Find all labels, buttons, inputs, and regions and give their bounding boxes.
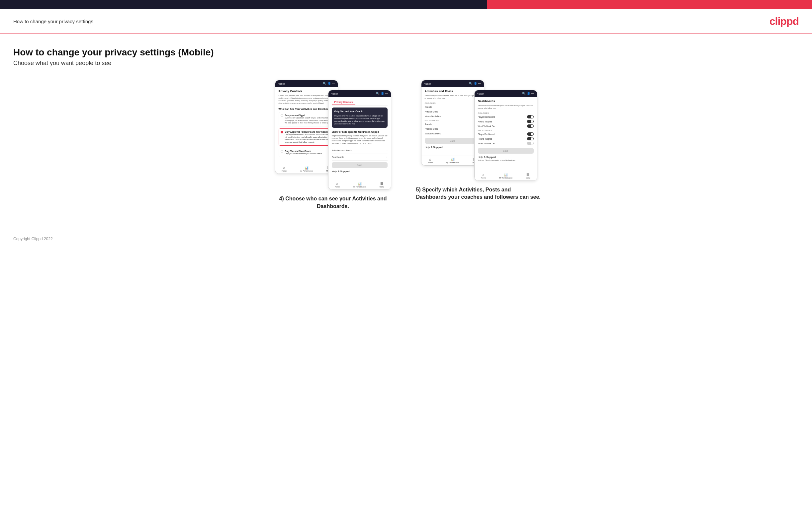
page-subheading: Choose what you want people to see	[13, 60, 799, 67]
perf-label-4: My Performance	[499, 177, 512, 179]
help-title-4: Help & Support	[478, 156, 534, 159]
help-body-4: Visit our Clippd community to troublesho…	[478, 159, 534, 162]
menu-icon-4: ☰	[526, 173, 529, 176]
bottom-nav-perf-4[interactable]: 📊 My Performance	[499, 173, 512, 179]
option2-text: Only Approved Followers and Your Coach O…	[285, 130, 333, 144]
radio-circle-2	[281, 131, 283, 133]
workon-coach-label: What To Work On	[478, 125, 495, 127]
drills-follower-label: Practice Drills	[425, 128, 438, 130]
help-title-2: Help & Support	[332, 170, 388, 173]
phone2-save-btn[interactable]: Save	[332, 162, 388, 168]
phone2-tab[interactable]: Privacy Controls	[332, 100, 356, 105]
bottom-nav-menu-4[interactable]: ☰ Menu	[526, 173, 530, 179]
menu-label-dashboards: Dashboards	[332, 156, 344, 158]
toggle-player-coach-switch[interactable]	[527, 115, 534, 118]
phone2: ‹ Back 🔍 👤 ⋯ Privacy Controls Only You a…	[328, 90, 391, 190]
toggle-player-coach: Player Dashboard	[478, 115, 534, 118]
bottom-nav-home-2[interactable]: ⌂ Home	[335, 182, 340, 188]
logo: clippd	[769, 15, 799, 27]
home-icon-3: ⌂	[429, 158, 432, 161]
header: How to change your privacy settings clip…	[0, 9, 812, 34]
home-icon-1: ⌂	[283, 166, 285, 170]
toggle-insights-coach-switch[interactable]	[527, 120, 534, 123]
menu-label-activities: Activities and Posts	[332, 149, 352, 152]
phone2-back[interactable]: ‹ Back	[331, 92, 338, 95]
phone4-content: Dashboards Select the dashboards that yo…	[474, 97, 537, 169]
home-label-1: Home	[282, 170, 287, 172]
tooltip-body: Only you and the coaches you connect wit…	[335, 114, 385, 125]
home-label-4: Home	[481, 177, 486, 179]
option1-text: Everyone on Clippd Everyone on Clippd ca…	[285, 114, 333, 124]
perf-icon-3: 📊	[451, 158, 455, 161]
perf-icon-2: 📊	[358, 182, 362, 185]
phone1-option3[interactable]: Only You and Your Coach Only you and the…	[278, 148, 335, 157]
home-label-3: Home	[428, 162, 433, 164]
phone1-option1[interactable]: Everyone on Clippd Everyone on Clippd ca…	[278, 112, 335, 126]
phone1-nav: ‹ Back 🔍 👤 ⋯	[275, 80, 338, 87]
phone4-save-btn[interactable]: Save	[478, 148, 534, 154]
phone2-nav: ‹ Back 🔍 👤 ⋯	[328, 90, 391, 97]
followers-label-4: FOLLOWERS	[478, 129, 534, 131]
phone2-bottom-nav: ⌂ Home 📊 My Performance ☰ Menu	[328, 180, 391, 189]
help-title-3: Help & Support	[425, 146, 480, 149]
rounds-coach-label: Rounds	[425, 106, 432, 108]
phone2-body: Regardless of the privacy controls that …	[332, 135, 388, 145]
toggle-insights-follower: Round Insights	[478, 137, 534, 140]
main-content: How to change your privacy settings (Mob…	[0, 34, 812, 230]
phones-wrapper-2: ‹ Back 🔍 👤 ⋯ Activities and Posts Select…	[421, 80, 537, 181]
phone4-body: Select the dashboards that you'd like to…	[478, 105, 534, 110]
followers-label-3: FOLLOWERS	[425, 119, 480, 121]
option3-title: Only You and Your Coach	[285, 150, 322, 153]
toggle-workon-follower: What To Work On	[478, 142, 534, 145]
bottom-nav-perf-3[interactable]: 📊 My Performance	[446, 158, 459, 164]
player-dash-coach-label: Player Dashboard	[478, 116, 495, 118]
bottom-nav-perf-1[interactable]: 📊 My Performance	[300, 166, 313, 172]
toggle-workon-coach-switch[interactable]	[527, 124, 534, 128]
option3-text: Only You and Your Coach Only you and the…	[285, 150, 322, 155]
phone3-save-btn[interactable]: Save	[425, 138, 480, 144]
toggle-drills-follower: Practice Drills	[425, 127, 480, 130]
chevron-dashboards: ›	[387, 156, 388, 159]
toggle-workon-coach: What To Work On	[478, 124, 534, 128]
phone1-sub-title: Who Can See Your Activities and Dashboar…	[278, 108, 335, 111]
perf-label-1: My Performance	[300, 170, 313, 172]
phone2-tab-bar: Privacy Controls	[332, 100, 388, 106]
phone4-nav: ‹ Back 🔍 👤 ⋯	[474, 90, 537, 97]
caption1: 4) Choose who can see your Activities an…	[270, 195, 396, 210]
tooltip-title: Only You and Your Coach	[335, 110, 385, 113]
group1: ‹ Back 🔍 👤 ⋯ Privacy Controls Control ho…	[270, 80, 396, 210]
menu-label-2: Menu	[379, 186, 384, 188]
phone1-nav-icons: 🔍 👤 ⋯	[323, 82, 335, 85]
phone1-back[interactable]: ‹ Back	[278, 82, 285, 85]
chevron-activities: ›	[387, 149, 388, 152]
menu-row-activities[interactable]: Activities and Posts ›	[332, 147, 388, 154]
toggle-insights-coach: Round Insights	[478, 120, 534, 123]
phone2-help: Help & Support	[332, 168, 388, 175]
page-heading: How to change your privacy settings (Mob…	[13, 47, 799, 58]
bottom-nav-home-1[interactable]: ⌂ Home	[282, 166, 287, 172]
toggle-workon-follower-switch[interactable]	[527, 142, 534, 145]
toggle-player-follower-switch[interactable]	[527, 132, 534, 136]
phone3-back[interactable]: ‹ Back	[424, 82, 431, 85]
footer: Copyright Clippd 2022	[0, 230, 812, 248]
toggle-drills-coach: Practice Drills	[425, 110, 480, 113]
round-insights-coach-label: Round Insights	[478, 120, 492, 123]
caption1-text: 4) Choose who can see your Activities an…	[270, 195, 396, 210]
option1-title: Everyone on Clippd	[285, 114, 333, 117]
coaches-label-4: COACHES	[478, 112, 534, 114]
bottom-nav-menu-2[interactable]: ☰ Menu	[379, 182, 384, 188]
home-label-2: Home	[335, 186, 340, 188]
toggle-insights-follower-switch[interactable]	[527, 137, 534, 140]
bottom-nav-perf-2[interactable]: 📊 My Performance	[353, 182, 366, 188]
phone4-back[interactable]: ‹ Back	[477, 92, 484, 95]
radio-circle-3	[281, 150, 283, 153]
phone2-nav-icons: 🔍 👤 ⋯	[376, 92, 388, 95]
bottom-nav-home-4[interactable]: ⌂ Home	[481, 173, 486, 179]
phone1-option2[interactable]: Only Approved Followers and Your Coach O…	[278, 128, 335, 146]
toggle-rounds-follower: Rounds	[425, 122, 480, 126]
toggle-player-follower: Player Dashboard	[478, 132, 534, 136]
menu-row-dashboards[interactable]: Dashboards ›	[332, 154, 388, 161]
home-icon-2: ⌂	[337, 182, 339, 185]
caption2: 5) Specify which Activities, Posts and D…	[416, 186, 542, 201]
bottom-nav-home-3[interactable]: ⌂ Home	[428, 158, 433, 164]
